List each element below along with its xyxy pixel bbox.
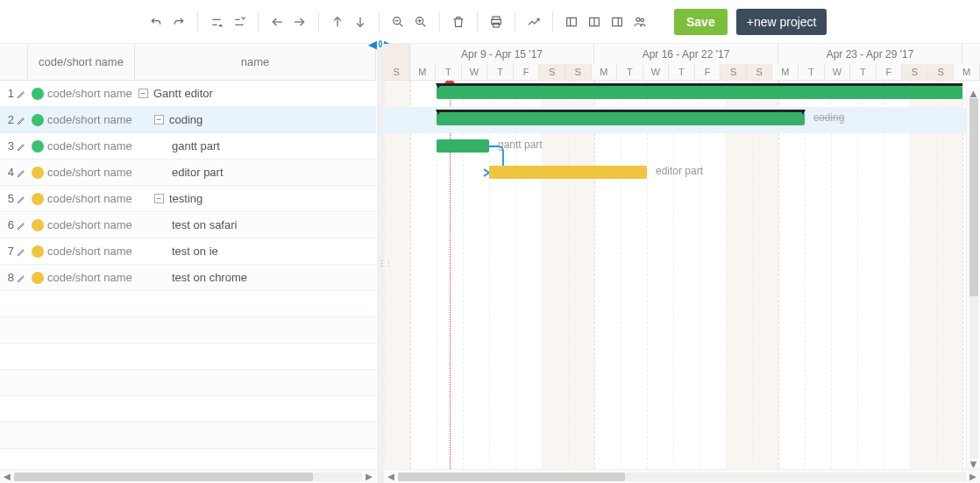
edit-icon[interactable] xyxy=(17,89,26,98)
insert-below-icon[interactable] xyxy=(230,12,249,32)
critical-path-icon[interactable] xyxy=(524,12,543,32)
vertical-scrollbar[interactable]: ▲ ▼ xyxy=(966,88,980,469)
scroll-up-icon[interactable]: ▲ xyxy=(967,88,980,98)
right-horizontal-scrollbar[interactable]: ◄ ► xyxy=(384,469,980,483)
code-cell[interactable]: code/short name xyxy=(47,192,135,205)
code-cell[interactable]: code/short name xyxy=(47,166,135,179)
code-cell[interactable]: code/short name xyxy=(47,218,135,231)
move-down-icon[interactable] xyxy=(351,12,370,32)
svg-line-10 xyxy=(400,24,402,26)
code-cell[interactable]: code/short name xyxy=(47,113,135,126)
table-row[interactable]: 3code/short namegantt part xyxy=(0,133,376,160)
name-cell[interactable]: gantt part xyxy=(135,139,376,153)
expander-icon[interactable]: − xyxy=(154,115,164,124)
empty-row xyxy=(0,370,376,396)
layout-right-icon[interactable] xyxy=(607,12,627,32)
name-cell[interactable]: test on chrome xyxy=(135,271,376,284)
name-cell[interactable]: −testing xyxy=(135,192,376,205)
task-name: test on safari xyxy=(172,218,237,231)
task-name: test on ie xyxy=(172,245,218,258)
table-row[interactable]: 8code/short nametest on chrome xyxy=(0,265,376,291)
toolbar: Save +new project xyxy=(0,0,980,44)
task-name: testing xyxy=(169,192,202,205)
code-cell[interactable]: code/short name xyxy=(47,87,135,100)
edit-icon[interactable] xyxy=(17,141,26,151)
day-header: T xyxy=(799,64,825,80)
task-name: test on chrome xyxy=(172,271,247,284)
move-up-icon[interactable] xyxy=(328,12,347,32)
day-header: T xyxy=(669,64,695,80)
gantt-timeline: Apr 9 - Apr 15 '17Apr 16 - Apr 22 '17Apr… xyxy=(384,44,980,483)
week-header: Apr 9 - Apr 15 '17 xyxy=(410,44,594,64)
name-cell[interactable]: −coding xyxy=(135,113,376,126)
layout-split-icon[interactable] xyxy=(585,12,604,32)
outdent-icon[interactable] xyxy=(267,12,287,32)
undo-icon[interactable] xyxy=(146,12,166,32)
gantt-bar[interactable] xyxy=(437,86,962,99)
name-cell[interactable]: test on safari xyxy=(135,218,376,231)
edit-icon[interactable] xyxy=(17,273,26,282)
name-cell[interactable]: editor part xyxy=(135,166,376,179)
new-project-button[interactable]: +new project xyxy=(736,9,827,35)
save-button[interactable]: Save xyxy=(674,9,728,35)
indent-icon[interactable] xyxy=(290,12,309,32)
delete-icon[interactable] xyxy=(449,12,468,32)
gantt-bar[interactable]: coding xyxy=(437,112,805,125)
bar-label: editor part xyxy=(656,165,703,177)
col-header-code[interactable]: code/short name xyxy=(28,44,135,80)
status-cell xyxy=(28,88,47,100)
table-row[interactable]: 2code/short name−coding xyxy=(0,107,376,133)
row-index: 1 xyxy=(8,87,14,100)
table-row[interactable]: 5code/short name−testing xyxy=(0,186,376,212)
left-horizontal-scrollbar[interactable]: ◄ ► xyxy=(0,469,376,483)
col-header-name[interactable]: name xyxy=(135,44,376,80)
day-header: F xyxy=(877,64,903,80)
timeline-row xyxy=(384,186,980,212)
status-cell xyxy=(28,272,47,284)
edit-icon[interactable] xyxy=(17,115,26,124)
row-index-cell: 5 xyxy=(0,192,28,205)
scroll-right-icon[interactable]: ► xyxy=(364,472,374,482)
status-cell xyxy=(28,219,47,231)
table-row[interactable]: 1code/short name−Gantt editor xyxy=(0,81,376,107)
week-header: Apr 23 - Apr 29 '17 xyxy=(778,44,962,64)
layout-left-icon[interactable] xyxy=(562,12,581,32)
table-row[interactable]: 4code/short nameeditor part xyxy=(0,160,376,186)
resources-icon[interactable] xyxy=(630,12,650,32)
code-cell[interactable]: code/short name xyxy=(47,271,135,284)
gantt-bar[interactable]: gantt part xyxy=(437,139,489,153)
edit-icon[interactable] xyxy=(17,246,26,256)
name-cell[interactable]: test on ie xyxy=(135,245,376,258)
code-cell[interactable]: code/short name xyxy=(47,245,135,258)
pane-splitter[interactable]: ◀ ▶ ⋮⋮ xyxy=(377,44,384,483)
collapse-left-icon[interactable]: ◀ xyxy=(368,39,377,48)
task-name: gantt part xyxy=(172,139,220,153)
expander-icon[interactable]: − xyxy=(154,194,164,203)
status-cell xyxy=(28,167,47,179)
name-cell[interactable]: −Gantt editor xyxy=(135,87,376,100)
edit-icon[interactable] xyxy=(17,220,26,230)
table-row[interactable]: 7code/short nametest on ie xyxy=(0,238,376,265)
code-cell[interactable]: code/short name xyxy=(47,139,135,153)
scroll-down-icon[interactable]: ▼ xyxy=(967,458,980,469)
expander-icon[interactable]: − xyxy=(138,89,148,98)
gantt-bar[interactable]: editor part xyxy=(489,166,647,179)
day-header: M xyxy=(592,64,618,80)
svg-point-25 xyxy=(641,18,643,21)
scroll-right-icon[interactable]: ► xyxy=(968,472,978,482)
redo-icon[interactable] xyxy=(169,12,188,32)
zoom-out-icon[interactable] xyxy=(388,12,408,32)
svg-rect-17 xyxy=(494,23,500,27)
zoom-in-icon[interactable] xyxy=(411,12,430,32)
task-grid: code/short name name 1code/short name−Ga… xyxy=(0,44,377,483)
day-header: S xyxy=(928,64,955,80)
print-icon[interactable] xyxy=(486,12,506,32)
edit-icon[interactable] xyxy=(17,167,26,177)
scroll-left-icon[interactable]: ◄ xyxy=(2,472,12,482)
day-header: T xyxy=(487,64,514,80)
row-index: 2 xyxy=(8,113,14,126)
edit-icon[interactable] xyxy=(17,194,26,203)
scroll-left-icon[interactable]: ◄ xyxy=(386,472,396,482)
insert-above-icon[interactable] xyxy=(207,12,226,32)
table-row[interactable]: 6code/short nametest on safari xyxy=(0,212,376,238)
